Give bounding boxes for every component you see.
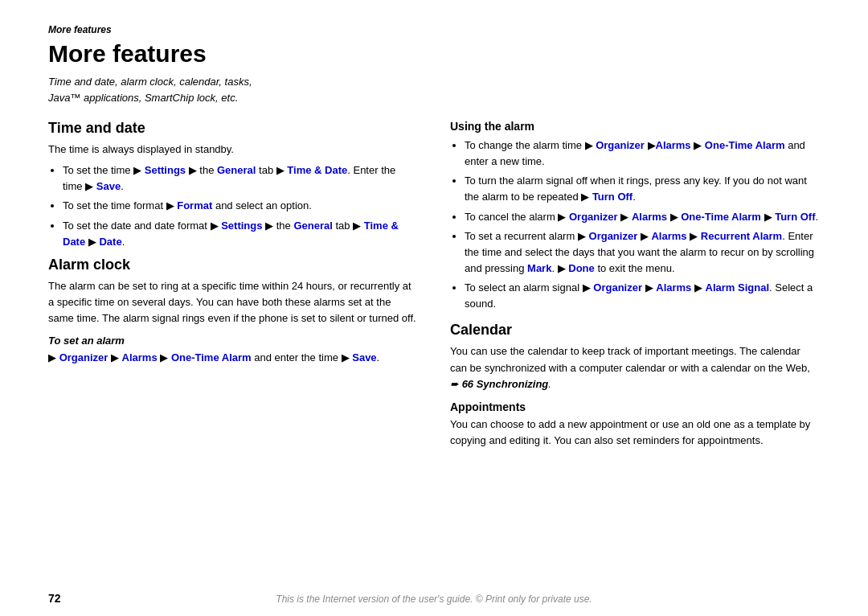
list-item: To set a recurrent alarm ▶ Organizer ▶ A…	[465, 228, 820, 277]
alarm-clock-intro: The alarm can be set to ring at a specif…	[48, 278, 418, 326]
page-subtitle: Time and date, alarm clock, calendar, ta…	[48, 74, 820, 105]
header-label: More features	[48, 24, 820, 35]
using-alarm-title: Using the alarm	[450, 120, 820, 133]
time-date-title: Time and date	[48, 120, 418, 137]
page: More features More features Time and dat…	[0, 0, 868, 616]
alarm-clock-title: Alarm clock	[48, 257, 418, 273]
two-column-layout: Time and date The time is always display…	[48, 120, 820, 454]
using-alarm-bullets: To change the alarm time ▶ Organizer ▶Al…	[465, 138, 820, 312]
right-column: Using the alarm To change the alarm time…	[450, 120, 820, 454]
page-title: More features	[48, 40, 820, 68]
set-alarm-text: ▶ Organizer ▶ Alarms ▶ One-Time Alarm an…	[48, 350, 418, 366]
list-item: To turn the alarm signal off when it rin…	[465, 173, 820, 205]
list-item: To cancel the alarm ▶ Organizer ▶ Alarms…	[465, 209, 820, 225]
time-date-bullets: To set the time ▶ Settings ▶ the General…	[63, 162, 418, 250]
list-item: To set the time ▶ Settings ▶ the General…	[63, 162, 418, 195]
time-date-intro: The time is always displayed in standby.	[48, 142, 418, 158]
set-alarm-subtitle: To set an alarm	[48, 335, 418, 347]
appointments-text: You can choose to add a new appointment …	[450, 417, 820, 449]
list-item: To set the time format ▶ Format and sele…	[63, 198, 418, 214]
calendar-text: You can use the calendar to keep track o…	[450, 343, 820, 392]
list-item: To set the date and date format ▶ Settin…	[63, 218, 418, 250]
list-item: To change the alarm time ▶ Organizer ▶Al…	[465, 138, 820, 170]
list-item: To select an alarm signal ▶ Organizer ▶ …	[465, 280, 820, 312]
footer-text: This is the Internet version of the user…	[0, 593, 868, 605]
appointments-title: Appointments	[450, 400, 820, 413]
left-column: Time and date The time is always display…	[48, 120, 418, 454]
calendar-title: Calendar	[450, 322, 820, 339]
